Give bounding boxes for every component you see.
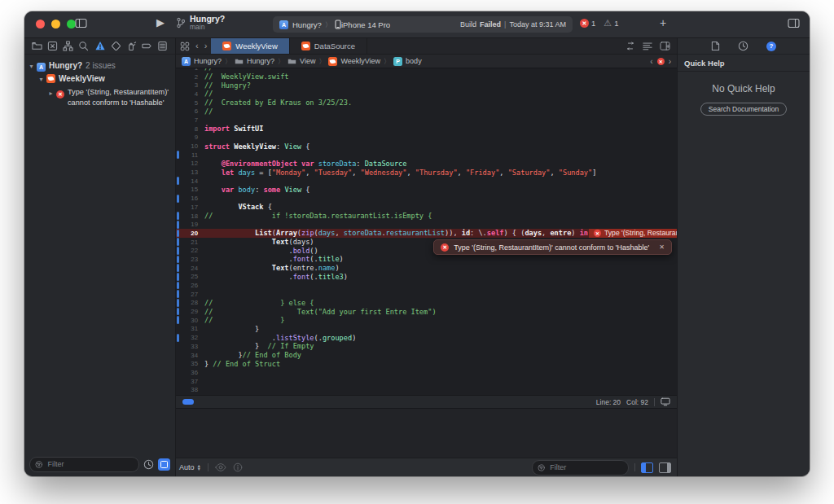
debug-memory-info-icon[interactable]	[233, 462, 243, 472]
line-number[interactable]: 28	[176, 299, 204, 306]
code-line[interactable]: 5// Created by Ed Kraus on 3/25/23.	[176, 99, 677, 107]
line-number[interactable]: 38	[176, 386, 204, 393]
scheme-device-capsule[interactable]: A Hungry? 〉 iPhone 14 Pro Build Failed |…	[273, 16, 573, 33]
close-window-button[interactable]	[36, 20, 45, 28]
code-line[interactable]: 17 VStack {	[176, 203, 677, 212]
symbol-navigator-icon[interactable]	[63, 41, 73, 51]
code-line[interactable]: 13 let days = ["Monday", "Tuesday", "Wed…	[176, 168, 677, 177]
add-editor-icon[interactable]	[660, 42, 670, 50]
line-number[interactable]: 19	[176, 221, 204, 228]
run-button[interactable]: ▶	[156, 16, 165, 28]
editor-tab-weeklyview[interactable]: WeeklyView	[211, 38, 289, 54]
line-number[interactable]: 7	[176, 116, 204, 124]
line-number[interactable]: 8	[176, 125, 204, 133]
run-destination[interactable]: iPhone 14 Pro	[341, 20, 390, 29]
code-line[interactable]: 18// if !storeData.restaurantList.isEmpt…	[176, 212, 677, 221]
line-number[interactable]: 32	[176, 334, 204, 341]
disclosure-chevron-icon[interactable]: ▾	[37, 74, 45, 85]
code-line[interactable]: 11	[176, 151, 677, 160]
navigator-filter-field[interactable]	[29, 457, 139, 472]
activity-status[interactable]: Build Failed | Today at 9:31 AM	[460, 20, 566, 28]
line-number[interactable]: 20	[176, 230, 204, 237]
source-control-navigator-icon[interactable]	[47, 41, 58, 51]
line-number[interactable]: 4	[176, 90, 204, 98]
code-line[interactable]: 7	[176, 116, 677, 125]
code-line[interactable]: 19	[176, 220, 677, 229]
code-line[interactable]: 23 .font(.title)	[176, 255, 677, 264]
code-line[interactable]: 4//	[176, 90, 677, 99]
issue-stepper-error-icon[interactable]: ✕	[657, 58, 665, 65]
debug-navigator-icon[interactable]	[126, 41, 137, 51]
go-back-icon[interactable]: ‹	[195, 42, 199, 50]
line-number[interactable]: 13	[176, 169, 204, 176]
line-number[interactable]: 27	[176, 291, 204, 298]
line-number[interactable]: 24	[176, 265, 204, 272]
line-number[interactable]: 1	[176, 68, 204, 72]
show-console-view-icon[interactable]	[659, 462, 671, 473]
history-inspector-icon[interactable]	[738, 41, 748, 51]
line-number[interactable]: 17	[176, 204, 204, 211]
line-number[interactable]: 29	[176, 308, 204, 315]
toggle-navigator-icon[interactable]	[75, 18, 87, 28]
code-line[interactable]: 31 }	[176, 325, 677, 334]
breadcrumb-item[interactable]: AHungry?	[182, 57, 222, 66]
editor-tab-datasource[interactable]: DataSource	[290, 38, 367, 54]
go-forward-icon[interactable]: ›	[204, 42, 208, 50]
code-line[interactable]: 8import SwiftUI	[176, 125, 677, 134]
new-tab-button[interactable]: +	[660, 16, 666, 29]
navigator-issue-row[interactable]: ▾WeeklyView	[24, 72, 175, 86]
line-number[interactable]: 12	[176, 160, 204, 167]
code-line[interactable]: 16	[176, 194, 677, 203]
navigator-filter-input[interactable]	[46, 459, 134, 469]
editor-display-icon[interactable]	[661, 397, 670, 406]
code-line[interactable]: 12 @EnvironmentObject var storeData: Dat…	[176, 160, 677, 169]
inline-error-label[interactable]: ✕Type '(String, RestaurantItem)'…	[589, 229, 677, 238]
line-number[interactable]: 31	[176, 325, 204, 332]
code-line[interactable]: 2// WeeklyView.swift	[176, 72, 677, 81]
code-line[interactable]: 34 }// End of Body	[176, 351, 677, 360]
code-line[interactable]: 6//	[176, 107, 677, 116]
show-variables-view-icon[interactable]	[641, 462, 653, 473]
issue-navigator-icon[interactable]	[94, 41, 106, 51]
disclosure-chevron-icon[interactable]: ▸	[47, 88, 55, 99]
issue-badges[interactable]: ✕ 1 ⚠ 1	[580, 19, 618, 28]
code-review-icon[interactable]	[626, 42, 635, 50]
source-editor[interactable]: 1//2// WeeklyView.swift3// Hungry?4//5//…	[176, 68, 677, 395]
previous-issue-icon[interactable]: ‹	[650, 57, 652, 66]
line-number[interactable]: 23	[176, 256, 204, 263]
view-ui-hierarchy-icon[interactable]	[215, 462, 226, 472]
line-number[interactable]: 33	[176, 343, 204, 350]
scheme-name[interactable]: Hungry?	[292, 20, 322, 29]
line-number[interactable]: 16	[176, 195, 204, 202]
variables-view-scope-select[interactable]: Auto ▲▼	[179, 463, 201, 471]
line-number[interactable]: 3	[176, 81, 204, 89]
line-number[interactable]: 35	[176, 360, 204, 367]
line-number[interactable]: 2	[176, 73, 204, 81]
line-number[interactable]: 22	[176, 247, 204, 254]
code-line[interactable]: 3// Hungry?	[176, 81, 677, 90]
navigator-issue-row[interactable]: ▾AHungry?2 issues	[24, 59, 175, 72]
code-line[interactable]: 35} // End of Struct	[176, 359, 677, 368]
test-navigator-icon[interactable]	[111, 41, 121, 51]
code-line[interactable]: 10struct WeeklyView: View {	[176, 142, 677, 151]
related-items-grid-icon[interactable]	[180, 42, 190, 51]
next-issue-icon[interactable]: ›	[669, 57, 671, 66]
line-number[interactable]: 5	[176, 99, 204, 107]
error-annotation-popup[interactable]: ✕ Type '(String, RestaurantItem)' cannot…	[433, 239, 672, 255]
code-line[interactable]: 27	[176, 290, 677, 299]
line-number[interactable]: 15	[176, 186, 204, 193]
code-line[interactable]: 24 Text(entre.name)	[176, 264, 677, 273]
line-number[interactable]: 18	[176, 213, 204, 220]
line-number[interactable]: 36	[176, 369, 204, 376]
show-only-issues-filter-icon[interactable]	[158, 458, 170, 471]
console-filter-field[interactable]	[532, 460, 629, 476]
code-line[interactable]: 28// } else {	[176, 299, 677, 308]
file-inspector-icon[interactable]	[711, 41, 720, 51]
line-number[interactable]: 34	[176, 352, 204, 359]
code-line[interactable]: 9	[176, 134, 677, 142]
breakpoint-navigator-icon[interactable]	[142, 41, 152, 51]
project-navigator-icon[interactable]	[32, 41, 42, 51]
code-line[interactable]: 32 .listStyle(.grouped)	[176, 333, 677, 342]
line-number[interactable]: 26	[176, 282, 204, 289]
code-line[interactable]: 36	[176, 368, 677, 377]
